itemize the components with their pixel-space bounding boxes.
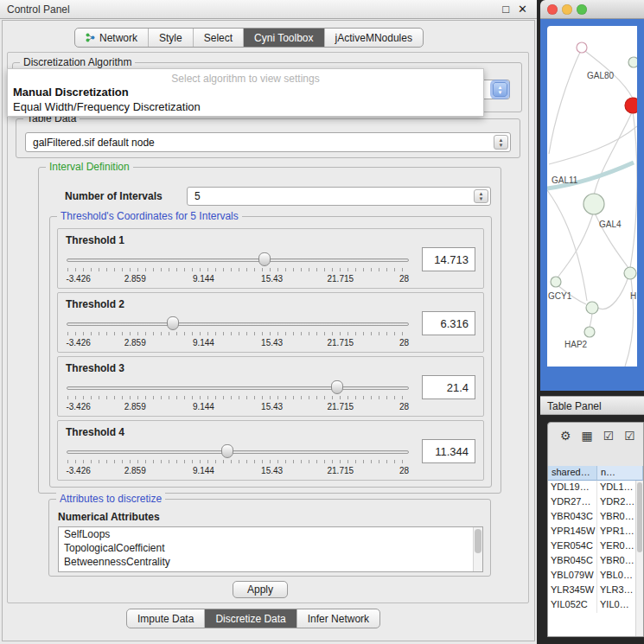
checkbox-icon[interactable]: ☑ [603,429,615,443]
table-data-combo[interactable]: galFiltered.sif default node [25,132,511,152]
combo-stepper-icon[interactable] [494,135,508,150]
slider-thumb-icon[interactable] [167,316,179,330]
threshold-slider[interactable]: -3.4262.8599.14415.4321.71528 [67,251,409,287]
list-item[interactable]: SelfLoops [59,527,482,541]
table-row[interactable]: YBL079WYBL0… [548,569,635,583]
numerical-attributes-label: Numerical Attributes [58,511,160,523]
node[interactable] [628,57,637,67]
table-row[interactable]: YBR043CYBR0… [548,510,635,525]
table-cell[interactable]: YPR1… [597,525,635,539]
list-item[interactable]: BetweennessCentrality [59,555,482,569]
threshold-slider[interactable]: -3.4262.8599.14415.4321.71528 [67,315,409,351]
scrollbar-thumb[interactable] [475,529,481,553]
tab-infer-network[interactable]: Infer Network [297,609,379,628]
table-cell[interactable]: YBR0… [597,510,635,525]
threshold-value-field[interactable]: 11.344 [422,439,475,463]
checkbox-icon[interactable]: ☑ [624,429,635,443]
scale-label: 9.144 [193,466,214,475]
table-cell[interactable]: YDR27… [548,495,597,510]
threshold-slider[interactable]: -3.4262.8599.14415.4321.71528 [67,443,409,479]
table-row[interactable]: YPR145WYPR1… [548,525,635,539]
slider-scale: -3.4262.8599.14415.4321.71528 [67,274,409,284]
threshold-slider[interactable]: -3.4262.8599.14415.4321.71528 [67,379,409,415]
tab-label: Discretize Data [215,613,285,625]
column-header[interactable]: shared… [548,466,597,481]
network-window-titlebar[interactable] [540,0,644,19]
network-canvas-frame: GAL80 GAL11 GAL4 GCY1 HAP2 H [540,19,644,391]
table-cell[interactable]: YIL0… [597,598,635,613]
node-label-gal4: GAL4 [599,220,622,229]
table-row[interactable]: YLR345WYLR3… [548,583,635,598]
table-cell[interactable]: YBR0… [597,554,635,569]
table-row[interactable]: YER054CYER0… [548,539,635,554]
num-intervals-label: Number of Intervals [65,190,163,202]
dropdown-option[interactable]: Equal Width/Frequency Discretization [8,99,483,114]
scale-label: 21.715 [328,274,354,284]
tab-discretize-data[interactable]: Discretize Data [205,609,296,628]
table-row[interactable]: YDL19…YDL1… [548,481,635,495]
table-cell[interactable]: YBL079W [548,569,597,583]
table-row[interactable]: YDR27…YDR2… [548,495,635,510]
combo-stepper-icon[interactable] [493,82,507,97]
threshold-value-field[interactable]: 21.4 [422,375,475,399]
combo-stepper-icon[interactable] [474,189,488,203]
selected-node[interactable] [625,98,637,113]
slider-thumb-icon[interactable] [221,444,233,458]
threshold-value-field[interactable]: 6.316 [422,311,475,335]
node-hap2[interactable] [584,327,595,337]
num-intervals-combo[interactable]: 5 [187,187,491,206]
tab-jactivemnodules[interactable]: jActiveMNodules [325,29,423,47]
columns-icon[interactable]: ▦ [582,429,593,443]
node[interactable] [624,267,636,279]
table-cell[interactable]: YER0… [597,539,635,554]
table-cell[interactable]: YLR345W [548,583,597,598]
group-title-interval-definition: Interval Definition [46,161,133,173]
threshold-value-field[interactable]: 14.713 [422,247,475,271]
table-cell[interactable]: YBR043C [548,510,597,525]
tab-impute-data[interactable]: Impute Data [127,609,205,628]
table-scrollbar[interactable] [635,481,643,636]
scale-label: -3.426 [66,274,90,284]
dropdown-option[interactable]: Manual Discretization [8,85,483,99]
slider-thumb-icon[interactable] [331,380,343,394]
column-header[interactable]: n… [597,466,643,481]
gear-icon[interactable]: ⚙ [560,429,571,443]
node-gal4[interactable] [583,194,604,214]
list-item[interactable]: TopologicalCoefficient [59,541,482,555]
float-window-icon[interactable]: □ [502,3,509,16]
zoom-traffic-light-icon[interactable] [577,4,587,15]
attributes-group: Attributes to discretize Numerical Attri… [48,499,491,577]
tab-network[interactable]: Network [75,29,149,47]
table-row[interactable]: YBR045CYBR0… [548,554,635,569]
table-row[interactable]: YIL052CYIL0… [548,598,635,613]
scale-label: 9.144 [193,274,214,284]
table-cell[interactable]: YPR145W [548,525,597,539]
tab-style[interactable]: Style [149,29,194,47]
minimize-traffic-light-icon[interactable] [562,4,572,15]
table-cell[interactable]: YLR3… [597,583,635,598]
node-gcy1[interactable] [551,277,561,287]
numerical-attributes-list[interactable]: SelfLoopsTopologicalCoefficientBetweenne… [58,526,483,572]
node[interactable] [577,42,587,53]
tab-select[interactable]: Select [194,29,244,47]
table-cell[interactable]: YER054C [548,539,597,554]
slider-thumb-icon[interactable] [258,252,271,266]
tab-cyni-toolbox[interactable]: Cyni Toolbox [244,29,324,47]
network-canvas[interactable]: GAL80 GAL11 GAL4 GCY1 HAP2 H [547,26,637,367]
table-cell[interactable]: YBL0… [597,569,635,583]
table-cell[interactable]: YDR2… [597,495,635,510]
close-traffic-light-icon[interactable] [547,4,558,15]
table-cell[interactable]: YDL19… [548,481,597,495]
top-tab-bar: NetworkStyleSelectCyni ToolboxjActiveMNo… [74,28,424,48]
close-window-icon[interactable]: ✕ [518,3,527,16]
table-cell[interactable]: YDL1… [597,481,635,495]
control-panel-titlebar: Control Panel □ ✕ [0,0,537,19]
apply-button[interactable]: Apply [233,581,288,598]
table-cell[interactable]: YBR045C [548,554,597,569]
table-cell[interactable]: YIL052C [548,598,597,613]
scale-label: -3.426 [66,338,90,348]
scrollbar-thumb[interactable] [637,482,642,552]
scale-label: -3.426 [66,466,90,475]
list-scrollbar[interactable] [473,527,482,571]
node[interactable] [586,302,598,314]
